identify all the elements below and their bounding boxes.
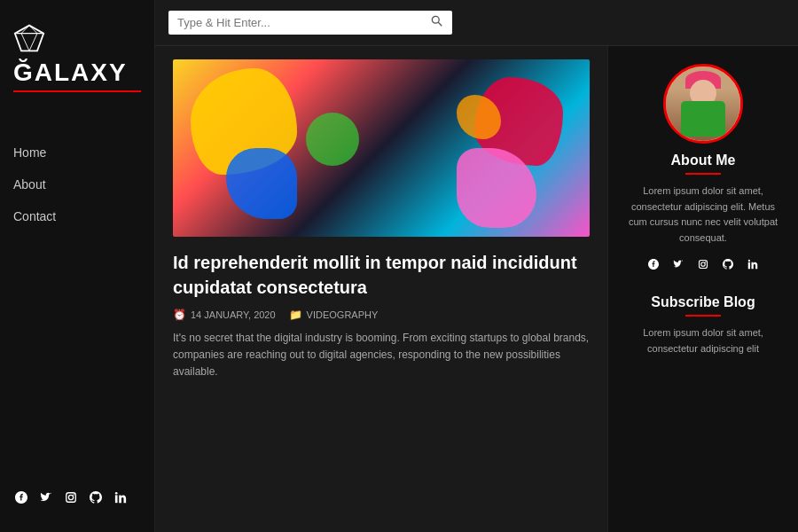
about-section: About Me Lorem ipsum dolor sit amet, con… [622, 64, 785, 272]
search-bar [155, 0, 798, 46]
about-instagram-icon[interactable] [695, 256, 711, 272]
search-wrapper[interactable] [168, 11, 452, 35]
about-linkedin-icon[interactable] [745, 256, 761, 272]
folder-icon: 📁 [289, 309, 302, 321]
search-button[interactable] [431, 15, 443, 30]
sidebar: ĞALAXY Home About Contact [0, 0, 155, 532]
blog-excerpt: It's no secret that the digital industry… [173, 330, 590, 381]
nav-item-contact[interactable]: Contact [0, 200, 154, 232]
diamond-icon [13, 22, 45, 54]
blog-title: Id reprehenderit mollit in tempor naid i… [173, 250, 590, 300]
svg-rect-6 [115, 495, 118, 503]
site-title: ĞALAXY [13, 59, 141, 92]
main-nav: Home About Contact [0, 137, 154, 232]
blog-meta: ⏰ 14 JANUARY, 2020 📁 VIDEOGRAPHY [173, 309, 590, 321]
blog-image [173, 59, 590, 237]
svg-rect-3 [66, 493, 76, 503]
svg-marker-0 [15, 26, 43, 51]
about-social [645, 256, 761, 272]
right-sidebar: About Me Lorem ipsum dolor sit amet, con… [607, 46, 798, 532]
avatar [663, 64, 743, 144]
clock-icon: ⏰ [173, 309, 186, 321]
facebook-icon[interactable] [13, 489, 29, 505]
svg-point-8 [432, 16, 439, 23]
subscribe-section: Subscribe Blog Lorem ipsum dolor sit ame… [622, 294, 785, 356]
blog-date: ⏰ 14 JANUARY, 2020 [173, 309, 276, 321]
about-twitter-icon[interactable] [670, 256, 686, 272]
svg-point-12 [705, 262, 706, 262]
search-input[interactable] [177, 16, 431, 29]
instagram-icon[interactable] [63, 489, 79, 505]
svg-point-14 [748, 260, 750, 262]
svg-point-5 [73, 494, 74, 495]
svg-point-11 [701, 262, 706, 267]
twitter-icon[interactable] [38, 489, 54, 505]
about-text: Lorem ipsum dolor sit amet, consectetur … [622, 184, 785, 246]
about-title: About Me [671, 153, 736, 168]
about-github-icon[interactable] [720, 256, 736, 272]
subscribe-text: Lorem ipsum dolor sit amet, consectetur … [622, 325, 785, 356]
nav-item-about[interactable]: About [0, 168, 154, 200]
about-facebook-icon[interactable] [645, 256, 661, 272]
svg-point-7 [115, 492, 118, 495]
subscribe-title: Subscribe Blog [622, 294, 785, 310]
blog-category: 📁 VIDEOGRAPHY [289, 309, 379, 321]
svg-rect-13 [748, 262, 750, 270]
content-area: Id reprehenderit mollit in tempor naid i… [155, 46, 798, 532]
logo-container: ĞALAXY [0, 13, 154, 110]
about-divider [685, 173, 721, 175]
svg-point-4 [68, 495, 73, 499]
blog-section: Id reprehenderit mollit in tempor naid i… [155, 46, 607, 532]
github-icon[interactable] [88, 489, 104, 505]
linkedin-icon[interactable] [113, 489, 129, 505]
subscribe-divider [685, 315, 721, 317]
svg-rect-10 [700, 261, 708, 269]
nav-item-home[interactable]: Home [0, 137, 154, 168]
svg-line-9 [438, 22, 442, 26]
main-content: Id reprehenderit mollit in tempor naid i… [155, 0, 798, 532]
sidebar-social [0, 476, 154, 519]
